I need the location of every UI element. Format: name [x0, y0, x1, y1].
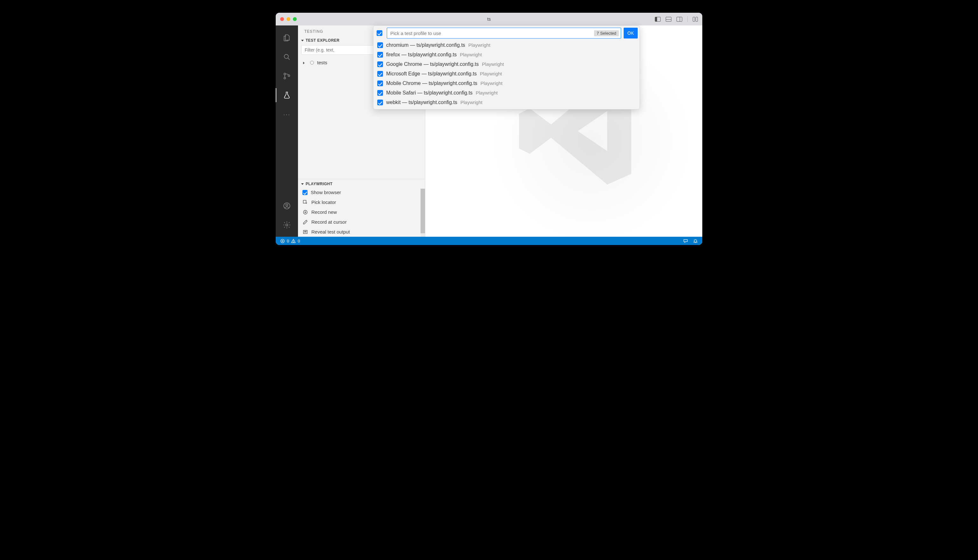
status-bar: 0 0: [276, 237, 702, 245]
svg-rect-8: [304, 200, 306, 203]
chevron-right-icon: [303, 60, 307, 65]
checkbox-checked-icon[interactable]: [377, 52, 383, 58]
playwright-reveal-output[interactable]: Reveal test output: [298, 227, 421, 237]
playwright-item-label: Show browser: [311, 190, 341, 195]
quick-pick-item-label: Mobile Safari — ts/playwright.config.ts: [386, 90, 472, 96]
checkbox-checked-icon[interactable]: [377, 42, 383, 48]
activity-accounts[interactable]: [276, 197, 298, 215]
quick-pick-item-description: Playwright: [468, 42, 490, 48]
playwright-section-header[interactable]: PLAYWRIGHT: [298, 179, 425, 187]
test-state-unset-icon: [310, 61, 314, 65]
activity-settings[interactable]: [276, 217, 298, 233]
svg-point-2: [284, 73, 285, 75]
sidebar-scrollbar[interactable]: [421, 189, 425, 237]
activity-search[interactable]: [276, 48, 298, 65]
activity-bar: ···: [276, 25, 298, 237]
files-icon: [283, 34, 291, 42]
activity-explorer[interactable]: [276, 29, 298, 47]
output-icon: [302, 229, 308, 235]
chevron-down-icon: [301, 40, 304, 42]
title-bar: ts: [276, 13, 702, 25]
activity-source-control[interactable]: [276, 67, 298, 85]
warning-count: 0: [298, 238, 300, 243]
test-explorer-label: TEST EXPLORER: [305, 38, 340, 43]
chevron-down-icon: [301, 183, 304, 185]
activity-testing[interactable]: [276, 87, 298, 104]
tree-item-label: tests: [317, 60, 327, 65]
close-window-button[interactable]: [280, 17, 284, 21]
quick-pick-item[interactable]: Google Chrome — ts/playwright.config.tsP…: [376, 60, 638, 69]
toggle-secondary-sidebar-icon[interactable]: [676, 17, 682, 22]
quick-pick-item[interactable]: Mobile Chrome — ts/playwright.config.tsP…: [376, 78, 638, 88]
checkbox-checked-icon[interactable]: [377, 71, 383, 77]
error-count: 0: [287, 238, 289, 243]
quick-pick-item-label: Microsoft Edge — ts/playwright.config.ts: [386, 71, 477, 77]
feedback-icon[interactable]: [683, 238, 688, 243]
svg-point-3: [284, 77, 285, 79]
playwright-record-new[interactable]: Record new: [298, 207, 421, 217]
svg-point-6: [286, 204, 288, 206]
quick-pick-item-label: Google Chrome — ts/playwright.config.ts: [386, 62, 479, 67]
toggle-primary-sidebar-icon[interactable]: [655, 17, 661, 22]
warning-icon: [291, 238, 296, 243]
svg-point-19: [293, 242, 294, 242]
zoom-window-button[interactable]: [293, 17, 297, 21]
quick-pick-item-description: Playwright: [461, 100, 482, 105]
quick-pick-item-description: Playwright: [476, 90, 497, 95]
quick-pick-item-description: Playwright: [481, 80, 502, 86]
checkbox-checked-icon[interactable]: [377, 80, 383, 86]
checkbox-checked-icon[interactable]: [377, 90, 383, 96]
activity-more[interactable]: ···: [276, 106, 298, 123]
svg-point-7: [286, 224, 288, 226]
playwright-item-label: Reveal test output: [311, 229, 350, 235]
quick-pick-item-label: chromium — ts/playwright.config.ts: [386, 42, 465, 48]
checkbox-checked-icon[interactable]: [302, 190, 307, 195]
svg-point-4: [288, 75, 290, 77]
playwright-section-label: PLAYWRIGHT: [305, 182, 333, 186]
window-title: ts: [276, 17, 702, 22]
gear-icon: [283, 221, 291, 229]
beaker-icon: [283, 91, 291, 99]
scrollbar-thumb[interactable]: [421, 189, 425, 233]
quick-pick-item-label: webkit — ts/playwright.config.ts: [386, 100, 457, 105]
quick-pick-input[interactable]: [390, 30, 594, 36]
playwright-item-label: Pick locator: [311, 200, 336, 205]
quick-pick-item-description: Playwright: [460, 52, 482, 57]
quick-pick-item-description: Playwright: [480, 71, 502, 77]
playwright-show-browser[interactable]: Show browser: [298, 187, 421, 197]
quick-pick-item[interactable]: webkit — ts/playwright.config.tsPlaywrig…: [376, 98, 638, 107]
account-icon: [283, 202, 291, 210]
quick-pick: 7 Selected OK chromium — ts/playwright.c…: [373, 25, 640, 110]
quick-pick-item[interactable]: Mobile Safari — ts/playwright.config.tsP…: [376, 88, 638, 98]
playwright-item-label: Record new: [311, 209, 337, 215]
quick-pick-item[interactable]: firefox — ts/playwright.config.tsPlaywri…: [376, 50, 638, 60]
quick-pick-input-wrap: 7 Selected: [387, 28, 621, 38]
ellipsis-icon: ···: [283, 111, 290, 118]
title-bar-layout-controls: [655, 16, 698, 22]
minimize-window-button[interactable]: [287, 17, 290, 21]
bell-icon[interactable]: [693, 238, 698, 243]
svg-point-0: [284, 54, 289, 58]
error-icon: [280, 238, 285, 243]
selected-count-badge: 7 Selected: [594, 30, 619, 36]
playwright-pick-locator[interactable]: Pick locator: [298, 197, 421, 207]
vscode-window: ts ···: [276, 13, 702, 245]
checkbox-checked-icon[interactable]: [377, 62, 383, 67]
svg-line-1: [288, 58, 289, 60]
checkbox-checked-icon[interactable]: [377, 100, 383, 105]
source-control-icon: [283, 72, 291, 80]
ok-button[interactable]: OK: [624, 28, 638, 38]
edit-icon: [302, 220, 308, 225]
select-all-checkbox[interactable]: [377, 30, 382, 36]
playwright-section: PLAYWRIGHT Show browser Pick locator: [298, 179, 425, 237]
playwright-item-label: Record at cursor: [311, 219, 347, 225]
quick-pick-item[interactable]: chromium — ts/playwright.config.tsPlaywr…: [376, 40, 638, 50]
quick-pick-item[interactable]: Microsoft Edge — ts/playwright.config.ts…: [376, 69, 638, 78]
quick-pick-item-label: firefox — ts/playwright.config.ts: [386, 52, 457, 58]
status-problems[interactable]: 0 0: [280, 238, 300, 243]
customize-layout-icon[interactable]: [693, 17, 698, 22]
toggle-panel-icon[interactable]: [666, 17, 671, 22]
quick-pick-item-label: Mobile Chrome — ts/playwright.config.ts: [386, 80, 477, 86]
quick-pick-item-description: Playwright: [482, 62, 504, 67]
playwright-record-at-cursor[interactable]: Record at cursor: [298, 217, 421, 227]
